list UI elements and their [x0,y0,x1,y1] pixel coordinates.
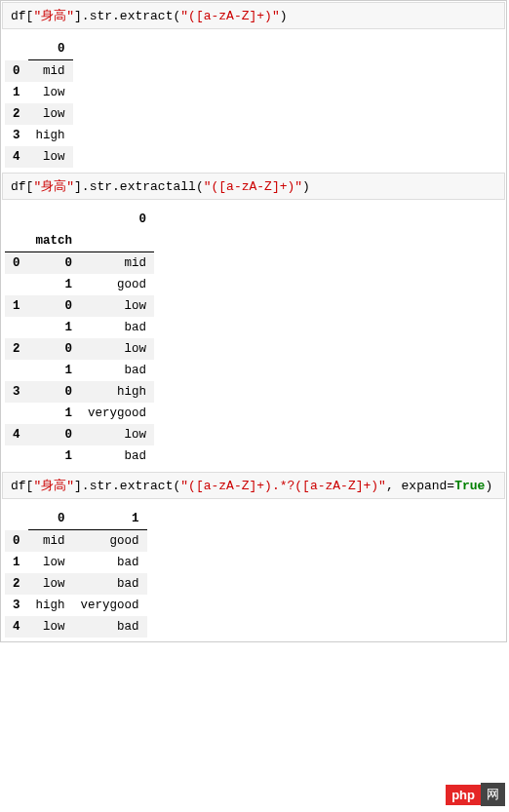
table-row: 3highverygood [5,595,147,616]
code-sep: , [386,479,402,493]
table-row: 20low [5,338,154,360]
code-chain: .str.extractall [82,179,196,194]
code-var: df [11,179,26,194]
row-index-l1: 1 [28,403,81,424]
cell-value: low [80,295,154,317]
row-index: 1 [5,552,28,573]
row-index-l0: 0 [5,252,28,275]
code-val: True [454,479,485,493]
cell-value: high [80,381,154,403]
code-cell-1: df["身高"].str.extract("([a-zA-Z]+)") [2,2,505,29]
row-index: 4 [5,616,28,638]
row-index-l0 [5,360,28,381]
dataframe-2: 0 match 00mid1good10low1bad20low1bad30hi… [5,209,154,467]
table-row: 00mid [5,252,154,275]
col-header-0: 0 [80,209,154,230]
cell-value: bad [80,317,154,338]
table-row: 40low [5,424,154,445]
bracket-close: ] [74,479,82,493]
code-cell-2: df["身高"].str.extractall("([a-zA-Z]+)") [2,173,505,200]
index-header [5,38,28,60]
code-chain: .str.extract [82,479,174,493]
row-index: 0 [5,530,28,553]
code-kw: expand [402,479,448,493]
row-index-l0: 1 [5,295,28,317]
cell-value: low [28,82,73,103]
cell-value: low [28,146,73,168]
paren-close: ) [280,9,288,23]
code-arg: "([a-zA-Z]+).*?([a-zA-Z]+)" [180,479,386,493]
code-key: "身高" [33,179,74,194]
row-index-l1: 0 [28,338,81,360]
table-row: 10low [5,295,154,317]
code-var: df [11,9,26,23]
code-eq: = [447,479,454,493]
output-table-2: 0 match 00mid1good10low1bad20low1bad30hi… [1,201,506,471]
row-index-l1: 0 [28,381,81,403]
output-table-3: 0 1 0midgood1lowbad2lowbad3highverygood4… [1,500,506,641]
table-row: 1bad [5,317,154,338]
row-index: 3 [5,125,28,146]
cell-value: mid [80,252,154,275]
table-row: 4lowbad [5,616,147,638]
code-chain: .str.extract [82,9,174,23]
cell-value-0: high [28,595,73,616]
code-key: "身高" [33,9,74,23]
dataframe-3: 0 1 0midgood1lowbad2lowbad3highverygood4… [5,508,147,638]
index-name-blank [5,230,28,252]
row-index-l0 [5,274,28,295]
row-index-l0 [5,317,28,338]
cell-value: low [80,338,154,360]
cell-value: mid [28,60,73,83]
paren-close: ) [485,479,492,493]
table-row: 1good [5,274,154,295]
index-header-l0 [5,209,28,230]
table-row: 0mid [5,60,73,83]
table-row: 4low [5,146,73,168]
code-arg: "([a-zA-Z]+)" [204,179,302,194]
code-cell-3: df["身高"].str.extract("([a-zA-Z]+).*?([a-… [2,472,505,499]
col-header-1: 1 [73,508,147,530]
cell-value: bad [80,445,154,467]
cell-value-0: low [28,552,73,573]
code-key: "身高" [33,479,74,493]
dataframe-1: 0 0mid1low2low3high4low [5,38,73,168]
table-row: 1bad [5,445,154,467]
code-arg: "([a-zA-Z]+)" [180,9,279,23]
row-index-l1: 0 [28,252,81,275]
table-row: 1low [5,82,73,103]
table-row: 3high [5,125,73,146]
row-index-l1: 1 [28,445,81,467]
row-index-l0: 2 [5,338,28,360]
col-header-0: 0 [28,38,73,60]
row-index-l1: 0 [28,424,81,445]
cell-value-1: bad [73,616,147,638]
index-header [5,508,28,530]
row-index-l1: 0 [28,295,81,317]
cell-value: good [80,274,154,295]
row-index-l0: 3 [5,381,28,403]
paren-close: ) [302,179,310,194]
cell-value: low [80,424,154,445]
table-row: 2lowbad [5,573,147,595]
col-header-0: 0 [28,508,73,530]
index-header-l1 [28,209,81,230]
col-header-blank [80,230,154,252]
row-index-l0: 4 [5,424,28,445]
notebook-container: df["身高"].str.extract("([a-zA-Z]+)") 0 0m… [0,0,507,642]
table-row: 2low [5,103,73,125]
bracket-close: ] [74,9,82,23]
table-row: 1verygood [5,403,154,424]
row-index-l1: 1 [28,274,81,295]
cell-value-0: low [28,573,73,595]
bracket-close: ] [74,179,82,194]
cell-value-1: bad [73,552,147,573]
table-row: 1bad [5,360,154,381]
row-index: 3 [5,595,28,616]
cell-value-0: low [28,616,73,638]
cell-value: low [28,103,73,125]
code-var: df [11,479,26,493]
table-row: 1lowbad [5,552,147,573]
row-index: 2 [5,103,28,125]
index-name-match: match [28,230,81,252]
